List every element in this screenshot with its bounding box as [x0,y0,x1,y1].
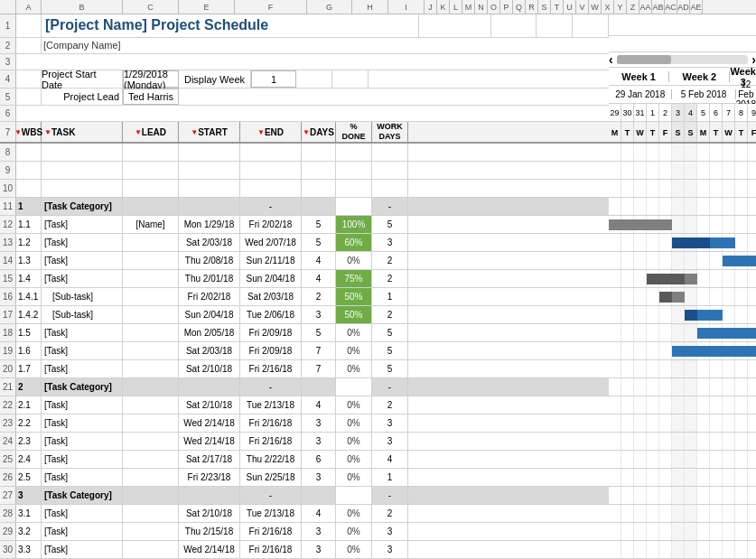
col-r: R [526,0,538,14]
row-num: 20 [0,360,16,377]
pct-cell: 60% [336,234,372,251]
row6: 6 [0,106,609,122]
days-cell: 3 [302,306,336,323]
start-date-value[interactable]: 1/29/2018 (Monday) [123,70,179,88]
wbs-cell: 2.3 [16,433,42,450]
gantt-row [609,162,756,180]
day-letter-2: W [634,122,647,142]
company-row: 2 [Company Name] [0,38,609,54]
gantt-row [609,396,756,415]
lead-cell [123,415,179,432]
end-cell [240,162,302,179]
end-cell: Fri 2/16/18 [240,415,302,432]
task-cell: [Task] [42,523,123,540]
project-start-row: 4 Project Start Date 1/29/2018 (Monday) … [0,70,609,89]
next-week-btn[interactable]: › [751,52,756,67]
task-cell: [Task] [42,234,123,251]
days-cell [302,162,336,179]
lead-cell [123,396,179,414]
wbs-cell: 1 [16,198,42,215]
day-letter-4: F [659,122,672,142]
lead-cell [123,306,179,323]
pct-cell [336,487,372,504]
task-cell [42,144,123,161]
end-cell: Fri 2/09/18 [240,342,302,359]
days-cell [302,487,336,504]
end-cell: Sun 2/04/18 [240,270,302,287]
col-header-f: F [235,0,307,14]
table-row: 262.5[Task]Fri 2/23/18Sun 2/25/1830%1 [0,469,609,487]
task-cell: [Task] [42,270,123,287]
gantt-bar [609,219,672,230]
start-cell: Sun 2/04/18 [179,306,240,323]
col-header-g: G [307,0,352,14]
wbs-cell: 1.1 [16,216,42,233]
start-cell [179,378,240,396]
display-week-label: Display Week [179,70,251,88]
col-z: Z [627,0,639,14]
work-cell: 3 [372,523,408,540]
end-cell: Fri 2/16/18 [240,523,302,540]
lead-label: Project Lead [42,89,123,104]
work-cell: 5 [372,342,408,359]
start-cell [179,180,240,197]
row-num: 23 [0,415,16,432]
end-cell: - [240,378,302,396]
row-num: 26 [0,469,16,486]
days-cell: 3 [302,415,336,432]
day-num-3: 1 [647,104,659,121]
work-cell: 1 [372,288,408,305]
col-j: J [425,0,437,14]
col-header-pct: %DONE [336,122,372,142]
gantt-day-nums-row: 293031123456789101112131415161718 [609,104,756,122]
lead-cell [123,180,179,197]
day-num-7: 5 [697,104,710,121]
days-cell: 5 [302,216,336,233]
gantt-row [609,487,756,505]
work-cell: 5 [372,216,408,233]
task-cell: [Task] [42,451,123,468]
lead-value[interactable]: Ted Harris [123,89,179,104]
end-cell: Thu 2/22/18 [240,451,302,468]
gantt-row [609,324,756,342]
col-header-b: B [42,0,123,14]
day-num-4: 2 [659,104,672,121]
lead-cell [123,252,179,269]
work-cell: - [372,198,408,215]
gantt-bar [697,328,756,339]
start-date-label: Project Start Date [42,70,123,88]
days-cell [302,198,336,215]
wbs-cell: 1.5 [16,324,42,341]
days-cell: 4 [302,252,336,269]
col-k: K [437,0,450,14]
lead-cell [123,505,179,522]
gantt-section: ‹ › Week 1 Week 2 Week 3 29 Jan 2018 5 F… [609,14,756,559]
pct-cell: 0% [336,541,372,558]
col-header-wbs: ▼WBS [16,122,42,142]
start-cell [179,487,240,504]
lead-cell [123,541,179,558]
gantt-row [609,469,756,487]
wbs-cell: 3 [16,487,42,504]
gantt-done-bar [659,292,672,303]
display-week-value[interactable]: 1 [251,70,296,88]
start-cell: Sat 2/03/18 [179,234,240,251]
work-cell [372,180,408,197]
prev-week-btn[interactable]: ‹ [609,52,613,67]
col-header-task: ▼TASK [42,122,123,142]
table-row: 201.7[Task]Sat 2/10/18Fri 2/16/1870%5 [0,360,609,378]
col-header-start: ▼START [179,122,240,142]
row-num: 12 [0,216,16,233]
col-header-lead: ▼LEAD [123,122,179,142]
table-row: 191.6[Task]Sat 2/03/18Fri 2/09/1870%5 [0,342,609,360]
col-header-e: E [179,0,235,14]
row-num: 27 [0,487,16,504]
gantt-row [609,252,756,270]
col-v: V [576,0,589,14]
wbs-cell: 1.7 [16,360,42,377]
start-cell: Sat 2/17/18 [179,451,240,468]
table-row: 171.4.2[Sub-task]Sun 2/04/18Tue 2/06/183… [0,306,609,324]
task-cell: [Task] [42,360,123,377]
title-row: 1 [Project Name] Project Schedule [0,14,609,38]
start-cell: Mon 2/05/18 [179,324,240,341]
